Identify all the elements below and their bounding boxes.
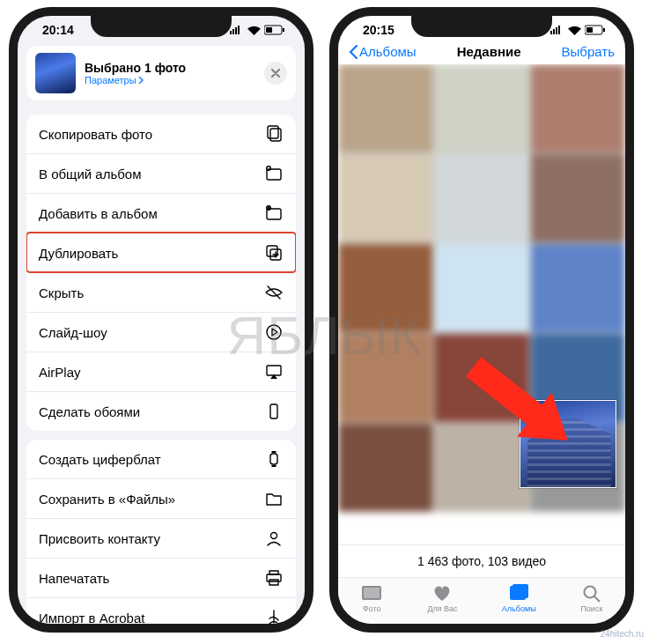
svg-rect-31 bbox=[603, 28, 605, 32]
svg-rect-2 bbox=[235, 27, 237, 34]
svg-rect-26 bbox=[550, 31, 552, 34]
tab-label: Для Вас bbox=[427, 604, 457, 613]
status-time: 20:15 bbox=[363, 23, 395, 37]
phone-left: 20:14 Выбрано 1 фото Параметры bbox=[9, 7, 313, 633]
svg-rect-34 bbox=[364, 588, 380, 598]
action-label: Сделать обоями bbox=[39, 404, 140, 419]
action-copy-photo[interactable]: Скопировать фото bbox=[26, 115, 296, 153]
action-label: Создать циферблат bbox=[39, 452, 161, 467]
action-label: Слайд-шоу bbox=[39, 325, 107, 340]
action-add-album[interactable]: Добавить в альбом bbox=[26, 193, 296, 233]
acrobat-icon bbox=[264, 608, 284, 627]
svg-rect-20 bbox=[272, 465, 277, 467]
action-airplay[interactable]: AirPlay bbox=[26, 352, 296, 391]
svg-rect-8 bbox=[270, 129, 281, 141]
search-icon bbox=[580, 583, 603, 603]
nav-bar: Альбомы Недавние Выбрать bbox=[338, 41, 625, 64]
svg-point-21 bbox=[271, 533, 277, 539]
share-options-link[interactable]: Параметры bbox=[85, 75, 255, 85]
action-label: Скопировать фото bbox=[39, 127, 152, 142]
action-label: Добавить в альбом bbox=[39, 206, 158, 221]
copy-photo-icon bbox=[264, 124, 284, 144]
svg-rect-24 bbox=[269, 580, 278, 585]
svg-rect-6 bbox=[266, 27, 272, 33]
svg-rect-1 bbox=[232, 29, 234, 34]
svg-rect-16 bbox=[267, 366, 281, 375]
action-acrobat[interactable]: Импорт в Acrobat bbox=[26, 597, 296, 633]
svg-rect-5 bbox=[283, 28, 284, 32]
select-button[interactable]: Выбрать bbox=[562, 44, 615, 59]
action-duplicate[interactable]: Дублировать bbox=[26, 233, 296, 272]
nav-title: Недавние bbox=[457, 44, 521, 59]
watermark-source: 24hitech.ru bbox=[601, 629, 644, 639]
action-files[interactable]: Сохранить в «Файлы» bbox=[26, 478, 296, 518]
phone-right: 20:15 Альбомы Недавние Выбрать bbox=[329, 7, 634, 633]
tab-bar: ФотоДля ВасАльбомыПоиск bbox=[338, 577, 625, 624]
status-time: 20:14 bbox=[42, 23, 74, 37]
action-label: Скрыть bbox=[39, 285, 84, 300]
svg-rect-7 bbox=[268, 126, 278, 138]
tab-photos[interactable]: Фото bbox=[360, 583, 383, 613]
files-icon bbox=[264, 489, 284, 508]
action-label: AirPlay bbox=[39, 365, 81, 380]
share-title: Выбрано 1 фото bbox=[85, 61, 255, 75]
action-contact[interactable]: Присвоить контакту bbox=[26, 518, 296, 558]
back-button[interactable]: Альбомы bbox=[349, 44, 417, 59]
photos-icon bbox=[360, 583, 383, 603]
slideshow-icon bbox=[264, 322, 284, 342]
tab-albums[interactable]: Альбомы bbox=[502, 583, 536, 613]
svg-rect-17 bbox=[270, 404, 277, 418]
tab-search[interactable]: Поиск bbox=[580, 583, 603, 613]
close-button[interactable] bbox=[264, 62, 287, 85]
svg-rect-19 bbox=[272, 451, 277, 453]
action-slideshow[interactable]: Слайд-шоу bbox=[26, 312, 296, 352]
tab-label: Альбомы bbox=[502, 604, 536, 613]
action-label: В общий альбом bbox=[39, 167, 142, 181]
action-hide[interactable]: Скрыть bbox=[26, 272, 296, 312]
action-wallpaper[interactable]: Сделать обоями bbox=[26, 391, 296, 431]
action-label: Присвоить контакту bbox=[39, 531, 160, 546]
notch bbox=[91, 16, 232, 37]
duplicate-icon bbox=[264, 243, 284, 263]
watchface-icon bbox=[264, 449, 284, 469]
add-album-icon bbox=[264, 204, 284, 223]
action-watchface[interactable]: Создать циферблат bbox=[26, 440, 296, 478]
tab-label: Поиск bbox=[580, 604, 602, 613]
photo-count-label: 1 463 фото, 103 видео bbox=[338, 544, 625, 577]
svg-rect-18 bbox=[270, 454, 277, 464]
action-label: Сохранить в «Файлы» bbox=[39, 492, 175, 507]
svg-rect-36 bbox=[513, 584, 528, 598]
selected-photo-thumbnail bbox=[35, 53, 76, 93]
status-indicators bbox=[550, 25, 606, 35]
foryou-icon bbox=[431, 583, 454, 603]
action-label: Напечатать bbox=[39, 571, 109, 586]
albums-icon bbox=[507, 583, 530, 603]
share-sheet-header: Выбрано 1 фото Параметры bbox=[26, 46, 296, 100]
status-indicators bbox=[230, 25, 285, 35]
action-shared-album[interactable]: В общий альбом bbox=[26, 153, 296, 193]
tab-label: Фото bbox=[363, 604, 381, 613]
print-icon bbox=[264, 568, 284, 588]
notch bbox=[411, 16, 552, 37]
svg-point-15 bbox=[267, 325, 281, 339]
svg-rect-32 bbox=[586, 27, 593, 33]
action-print[interactable]: Напечатать bbox=[26, 558, 296, 597]
svg-rect-29 bbox=[558, 26, 560, 34]
svg-rect-3 bbox=[238, 26, 240, 34]
wallpaper-icon bbox=[264, 402, 284, 421]
tab-foryou[interactable]: Для Вас bbox=[427, 583, 457, 613]
svg-rect-28 bbox=[556, 27, 557, 34]
svg-point-10 bbox=[267, 167, 271, 171]
shared-album-icon bbox=[264, 164, 284, 183]
svg-rect-0 bbox=[230, 31, 232, 34]
airplay-icon bbox=[264, 362, 284, 381]
action-label: Импорт в Acrobat bbox=[39, 611, 144, 625]
action-label: Дублировать bbox=[39, 246, 118, 261]
svg-rect-27 bbox=[553, 29, 555, 34]
hide-icon bbox=[264, 283, 284, 302]
contact-icon bbox=[264, 529, 284, 548]
svg-point-37 bbox=[584, 587, 595, 598]
